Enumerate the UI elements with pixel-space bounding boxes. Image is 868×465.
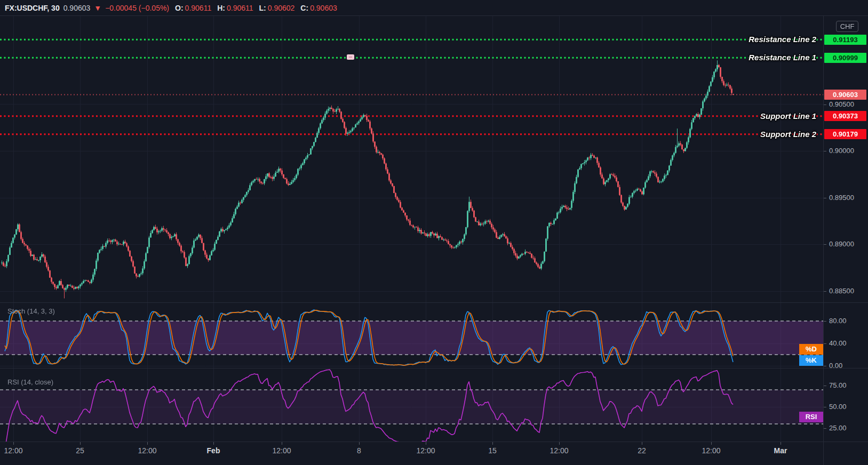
price-axis-label: 0.89500 <box>829 194 854 202</box>
rsi-axis-label: 50.00 <box>829 403 847 411</box>
time-tick-mark <box>781 442 781 445</box>
price-chart-canvas[interactable] <box>0 16 823 442</box>
current-price-badge: 0.90603 <box>824 90 866 100</box>
time-tick-mark <box>213 442 214 445</box>
rsi-axis-label: 25.00 <box>829 424 847 432</box>
time-axis-label: 12:00 <box>702 446 720 455</box>
stoch-k-badge: %K <box>799 355 823 366</box>
time-axis-label: Feb <box>207 446 220 455</box>
level-price-badge: 0.90999 <box>824 53 866 63</box>
time-tick-mark <box>282 442 282 445</box>
stoch-pane-divider[interactable] <box>0 302 868 303</box>
time-tick-mark <box>711 442 712 445</box>
close-label: C: <box>300 4 308 12</box>
level-line-label[interactable]: Resistance Line 1 <box>748 52 816 63</box>
time-axis-label: Mar <box>774 446 787 455</box>
level-price-badge: 0.90373 <box>824 111 866 121</box>
line-drag-handle-dash <box>349 57 352 58</box>
price-axis-label: 0.90500 <box>829 100 854 109</box>
level-line-label[interactable]: Support Line 1 <box>760 111 816 122</box>
close-value: 0.90603 <box>310 4 337 12</box>
time-axis-label: 15 <box>488 446 497 455</box>
stoch-d-badge: %D <box>799 344 823 355</box>
time-axis-label: 22 <box>638 446 646 455</box>
level-line-label[interactable]: Support Line 2 <box>760 129 816 140</box>
time-axis-label: 12:00 <box>4 446 22 455</box>
level-price-badge: 0.90179 <box>824 129 866 139</box>
time-axis-label: 12:00 <box>550 446 568 455</box>
stoch-axis-label: 80.00 <box>829 317 847 325</box>
time-tick-mark <box>359 442 360 445</box>
level-line-label[interactable]: Resistance Line 2 <box>748 34 816 45</box>
symbol-title[interactable]: FX:USDCHF, 30 <box>5 4 60 12</box>
last-price: 0.90603 <box>63 4 91 12</box>
price-axis-divider <box>823 16 824 465</box>
stoch-indicator-title[interactable]: Stoch (14, 3, 3) <box>7 307 55 315</box>
currency-badge[interactable]: CHF <box>836 21 858 32</box>
time-tick-mark <box>80 442 81 445</box>
high-label: H: <box>217 4 225 12</box>
open-label: O: <box>175 4 184 12</box>
time-tick-mark <box>426 442 426 445</box>
time-tick-mark <box>13 442 14 445</box>
price-scale[interactable]: 0.905000.900000.895000.890000.8850080.00… <box>824 16 868 442</box>
high-value: 0.90611 <box>227 4 253 12</box>
stoch-axis-label: 0.00 <box>829 362 842 370</box>
time-axis-label: 25 <box>76 446 84 455</box>
time-tick-mark <box>559 442 560 445</box>
time-axis-label: 12:00 <box>272 446 291 455</box>
low-label: L: <box>259 4 266 12</box>
price-axis-label: 0.89000 <box>829 240 854 248</box>
level-price-badge: 0.91193 <box>824 35 866 45</box>
price-axis-label: 0.90000 <box>829 147 854 155</box>
price-change: −0.00045 (−0.05%) <box>105 4 169 12</box>
time-axis-label: 12:00 <box>138 446 156 455</box>
rsi-pane-divider[interactable] <box>0 368 868 368</box>
rsi-indicator-title[interactable]: RSI (14, close) <box>7 378 53 386</box>
chart-legend-bar: FX:USDCHF, 30 0.90603 ▼ −0.00045 (−0.05%… <box>0 0 868 15</box>
time-tick-mark <box>642 442 642 445</box>
price-axis-label: 0.88500 <box>829 287 854 295</box>
price-down-icon: ▼ <box>94 4 101 12</box>
rsi-badge: RSI <box>799 412 823 422</box>
line-drag-handle[interactable] <box>347 54 354 60</box>
time-axis-label: 12:00 <box>416 446 435 455</box>
stoch-axis-label: 40.00 <box>829 339 847 348</box>
topbar-divider <box>0 15 868 16</box>
time-tick-mark <box>147 442 148 445</box>
time-scale[interactable]: 12:002512:00Feb12:00812:001512:002212:00… <box>0 442 868 465</box>
time-tick-mark <box>492 442 493 445</box>
time-axis-label: 8 <box>357 446 361 455</box>
open-value: 0.90611 <box>185 4 212 12</box>
rsi-axis-label: 75.00 <box>829 381 847 390</box>
low-value: 0.90602 <box>268 4 295 12</box>
time-axis-divider <box>0 442 868 442</box>
